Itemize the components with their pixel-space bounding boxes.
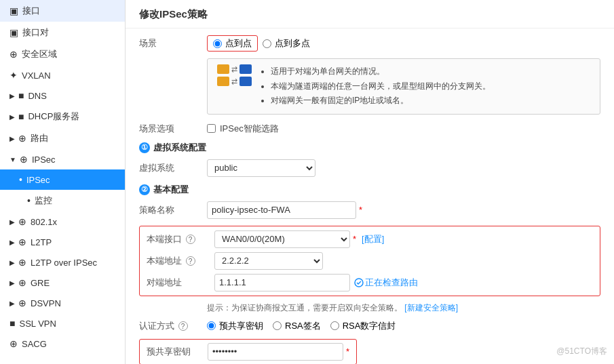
section2-header: ② 基本配置 [139,184,600,196]
auth-option1-label[interactable]: 预共享密钥 [207,320,263,332]
sidebar-item-security-zone[interactable]: ⊕ 安全区域 [0,43,125,65]
routing-arrow-icon: ▶ [9,135,15,142]
auth-radio2[interactable] [273,321,282,330]
sidebar-item-ipsec-child[interactable]: • IPSec [0,169,125,190]
local-address-select[interactable]: 2.2.2.2 [214,252,323,270]
ipsec-child-icon: • [19,174,22,185]
watermark: @51CTO博客 [556,346,607,357]
sidebar-item-dsvpn[interactable]: ▶ ⊕ DSVPN [0,293,125,313]
info-icon-row1: ⇄ [217,64,252,74]
dsvpn-icon: ⊕ [18,298,26,308]
sidebar-item-interface-pair[interactable]: ▣ 接口对 [0,22,125,43]
section2-num: ② [139,184,150,195]
sidebar-item-dhcp[interactable]: ▶ ■ DHCP服务器 [0,106,125,127]
sidebar-item-sacg[interactable]: ⊕ SACG [0,333,125,354]
sidebar-item-routing[interactable]: ▶ ⊕ 路由 [0,127,125,149]
net-icon1 [217,64,229,74]
auth-method-help-icon[interactable]: ? [178,321,188,331]
scenario-radio2[interactable] [263,39,271,48]
auth-method-row: 认证方式 ? 预共享密钥 RSA签名 RSA数字信封 [139,320,600,332]
scenario-label: 场景 [139,37,207,49]
scenario-option2[interactable]: 点到多点 [263,37,310,49]
l2tp-ipsec-icon: ⊕ [18,257,26,268]
hint-text: 提示：为保证协商报文互通，需要开启双向安全策略。 [新建安全策略] [207,302,600,315]
info-icon-row2: ⇄ [217,77,252,86]
security-zone-icon: ⊕ [9,49,18,60]
dns-arrow-icon: ▶ [9,92,15,100]
local-interface-row: 本端接口 ? WAN0/0/0(20M) * [配置] [147,230,593,248]
sidebar-item-l2tp-ipsec[interactable]: ▶ ⊕ L2TP over IPSec [0,252,125,272]
virtual-system-label: 虚拟系统 [139,162,207,174]
net-icon2 [239,64,252,74]
policy-name-content: * [207,201,600,219]
scenario-label1: 点到点 [225,37,252,49]
auth-option2-label[interactable]: RSA签名 [273,320,321,332]
page-title: 修改IPSec策略 [126,0,614,28]
virtual-system-row: 虚拟系统 public [139,159,600,177]
routing-icon: ⊕ [18,133,26,144]
sidebar-item-interface[interactable]: ▣ 接口 [0,0,125,22]
sidebar-item-gre[interactable]: ▶ ⊕ GRE [0,272,125,293]
virtual-system-select[interactable]: public [207,159,315,177]
info-text: 适用于对端为单台网关的情况。 本端为隧道两端的任意一台网关，或星型组网中的分支网… [261,64,491,108]
local-address-row: 本端地址 ? 2.2.2.2 [147,252,593,270]
scene-options-row: 场景选项 IPSec智能选路 [139,123,600,135]
local-interface-config-link[interactable]: [配置] [362,233,384,245]
preshared-key-row: 预共享密钥 * [139,339,357,364]
net-icon4 [239,77,252,86]
sidebar-item-ipsec-parent[interactable]: ▼ ⊕ IPSec [0,149,125,169]
scenario-row: 场景 点到点 点到多点 [139,35,600,52]
policy-name-label: 策略名称 [139,204,207,216]
policy-name-input[interactable] [207,201,356,219]
sidebar-item-vxlan[interactable]: ✦ VXLAN [0,65,125,85]
remote-address-input[interactable] [214,274,350,291]
remote-address-label: 对端地址 [147,277,214,289]
auth-label1: 预共享密钥 [219,320,263,332]
ipsec-smart-select-label[interactable]: IPSec智能选路 [207,123,279,135]
remote-address-row: 对端地址 正在检查路由 [147,274,593,291]
ipsec-smart-select-text: IPSec智能选路 [220,123,279,135]
local-interface-required: * [353,234,356,244]
ipsec-smart-select-checkbox[interactable] [207,124,216,133]
section2-label: 基本配置 [153,184,189,196]
ipsec-arrow-icon: ▼ [9,156,16,163]
gre-icon: ⊕ [18,277,26,288]
section1-header: ① 虚拟系统配置 [139,142,600,154]
local-interface-help-icon[interactable]: ? [186,235,195,244]
auth-option3-label[interactable]: RSA数字信封 [330,320,396,332]
l2tp-icon: ⊕ [18,237,26,247]
scenario-radio1[interactable] [213,39,222,48]
info-icons: ⇄ ⇄ [217,64,252,86]
sidebar-item-monitor[interactable]: • 监控 [0,190,125,211]
scenario-label2: 点到多点 [275,37,310,49]
local-interface-label: 本端接口 ? [147,233,214,245]
l2tp-arrow-icon: ▶ [9,239,15,246]
local-interface-content: WAN0/0/0(20M) * [配置] [214,230,593,248]
preshared-key-required: * [346,346,349,357]
local-address-content: 2.2.2.2 [214,252,593,270]
interface-icon: ▣ [9,5,18,16]
local-interface-select[interactable]: WAN0/0/0(20M) [214,230,350,248]
scenario-option1[interactable]: 点到点 [207,35,258,52]
dns-icon: ■ [18,90,24,101]
main-content: 修改IPSec策略 场景 点到点 点到多点 ⇄ [126,0,614,364]
route-check-link[interactable]: 正在检查路由 [354,277,418,289]
sidebar-item-dns[interactable]: ▶ ■ DNS [0,85,125,106]
auth-radio1[interactable] [207,321,216,330]
policy-name-row: 策略名称 * [139,201,600,219]
auth-radio3[interactable] [330,321,339,330]
form-area: 场景 点到点 点到多点 ⇄ [126,28,614,364]
sidebar: ▣ 接口 ▣ 接口对 ⊕ 安全区域 ✦ VXLAN ▶ ■ DNS ▶ ■ DH… [0,0,126,364]
ssl-vpn-icon: ■ [9,318,15,329]
hint-link[interactable]: [新建安全策略] [404,303,458,312]
preshared-key-input[interactable] [208,343,343,361]
sidebar-item-l2tp[interactable]: ▶ ⊕ L2TP [0,232,125,252]
interface-pair-icon: ▣ [9,27,18,38]
dhcp-icon: ■ [18,111,24,122]
local-address-help-icon[interactable]: ? [186,256,195,266]
section1-label: 虚拟系统配置 [153,142,206,154]
info-bullet2: 本端为隧道两端的任意一台网关，或星型组网中的分支网关。 [271,79,491,94]
preshared-key-wrapper: 预共享密钥 * [139,339,600,364]
sidebar-item-802-1x[interactable]: ▶ ⊕ 802.1x [0,211,125,232]
sidebar-item-ssl-vpn[interactable]: ■ SSL VPN [0,313,125,333]
